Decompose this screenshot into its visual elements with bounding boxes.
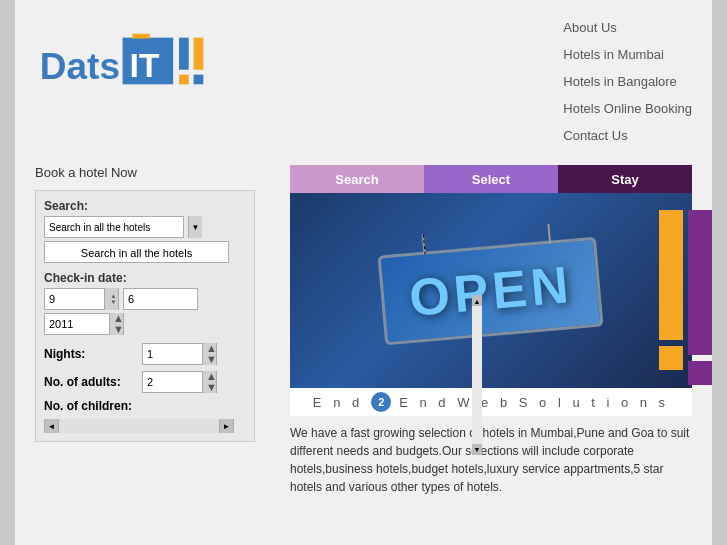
scroll-left-button[interactable]: ◄ (45, 419, 59, 433)
svg-rect-6 (194, 38, 204, 70)
horizontal-scrollbar[interactable]: ◄ ► (44, 419, 234, 433)
nav-area: About Us Hotels in Mumbai Hotels in Bang… (563, 15, 692, 155)
nights-arrow-icon[interactable]: ▲ ▼ (202, 343, 216, 365)
year-arrow-icon[interactable]: ▲ ▼ (109, 313, 123, 335)
nav-hotels-bangalore[interactable]: Hotels in Bangalore (563, 74, 676, 89)
nav-hotels-mumbai[interactable]: Hotels in Mumbai (563, 47, 663, 62)
checkin-day-field[interactable]: 9 ▲ ▼ (44, 288, 119, 310)
nights-label: Nights: (44, 347, 134, 361)
adults-input[interactable]: 2 ▲ ▼ (142, 371, 217, 393)
svg-rect-7 (194, 75, 204, 85)
content-area: Book a hotel Now Search: Search in all t… (15, 165, 712, 506)
checkin-label: Check-in date: (44, 271, 246, 285)
day-arrow-icon[interactable]: ▲ ▼ (104, 288, 118, 310)
svg-rect-2 (132, 34, 150, 39)
checkin-month-value: 6 (128, 293, 134, 305)
open-sign-text: OPEN (407, 253, 575, 327)
scroll-down-button[interactable]: ▼ (472, 444, 482, 454)
nights-row: Nights: 1 ▲ ▼ (44, 343, 246, 365)
e2e-text-left: E n d (313, 395, 363, 410)
header: Dats IT About Us Hotels i (15, 0, 712, 165)
adults-label: No. of adults: (44, 375, 134, 389)
tab-stay[interactable]: Stay (558, 165, 692, 193)
tab-select[interactable]: Select (424, 165, 558, 193)
search-label: Search: (44, 199, 246, 213)
purple-dot (688, 361, 712, 385)
nav-contact-us[interactable]: Contact Us (563, 128, 627, 143)
vertical-scrollbar[interactable]: ▲ ▼ (472, 295, 482, 455)
date-row: 9 ▲ ▼ 6 (44, 288, 246, 310)
purple-exclaim-decoration (688, 210, 712, 385)
orange-exclaim-decoration (659, 210, 683, 385)
scroll-right-button[interactable]: ► (219, 419, 233, 433)
purple-bar (688, 210, 712, 355)
scroll-track (59, 419, 219, 433)
search-dropdown[interactable]: Search in all the hotels (44, 216, 184, 238)
checkin-year-value: 2011 (45, 318, 73, 330)
adults-arrow-icon[interactable]: ▲ ▼ (202, 371, 216, 393)
checkin-row: Check-in date: 9 ▲ ▼ 6 (44, 271, 246, 335)
logo-box: Dats IT (35, 15, 215, 105)
adults-value: 2 (143, 376, 153, 388)
tab-search[interactable]: Search (290, 165, 424, 193)
logo-svg: Dats IT (35, 15, 215, 105)
left-panel: Book a hotel Now Search: Search in all t… (35, 165, 275, 496)
nav-about-us[interactable]: About Us (563, 20, 616, 35)
checkin-year-field[interactable]: 2011 ▲ ▼ (44, 313, 124, 335)
scroll-vertical-track (472, 306, 482, 444)
nav-hotels-online[interactable]: Hotels Online Booking (563, 101, 692, 116)
search-form: Search: Search in all the hotels ▼ Searc… (35, 190, 255, 442)
search-row: Search: Search in all the hotels ▼ Searc… (44, 199, 246, 263)
right-decoration (659, 210, 712, 385)
nights-value: 1 (143, 348, 153, 360)
svg-rect-4 (179, 38, 189, 70)
e2e-number: 2 (371, 392, 391, 412)
adults-row: No. of adults: 2 ▲ ▼ (44, 371, 246, 393)
orange-dot (659, 346, 683, 370)
description-text: We have a fast growing selection of hote… (290, 416, 692, 496)
checkin-day-value: 9 (45, 293, 55, 305)
logo-area: Dats IT (35, 15, 215, 105)
svg-rect-5 (179, 75, 189, 85)
svg-text:IT: IT (129, 46, 159, 84)
hotel-image: OPEN (290, 193, 692, 388)
right-panel: Search Select Stay OPEN E n d (290, 165, 692, 496)
svg-text:Dats: Dats (40, 46, 120, 87)
e2e-bar: E n d 2 E n d W e b S o l u t i o n s (290, 388, 692, 416)
e2e-text-right: E n d W e b S o l u t i o n s (399, 395, 669, 410)
search-button[interactable]: Search in all the hotels (44, 241, 229, 263)
children-label: No. of children: (44, 399, 134, 413)
book-title: Book a hotel Now (35, 165, 275, 180)
checkin-month-field[interactable]: 6 (123, 288, 198, 310)
orange-bar (659, 210, 683, 340)
nights-input[interactable]: 1 ▲ ▼ (142, 343, 217, 365)
scroll-up-button[interactable]: ▲ (472, 296, 482, 306)
children-row: No. of children: (44, 399, 246, 413)
search-dropdown-arrow-icon[interactable]: ▼ (188, 216, 202, 238)
search-dropdown-value: Search in all the hotels (49, 222, 150, 233)
tabs-bar: Search Select Stay (290, 165, 692, 193)
